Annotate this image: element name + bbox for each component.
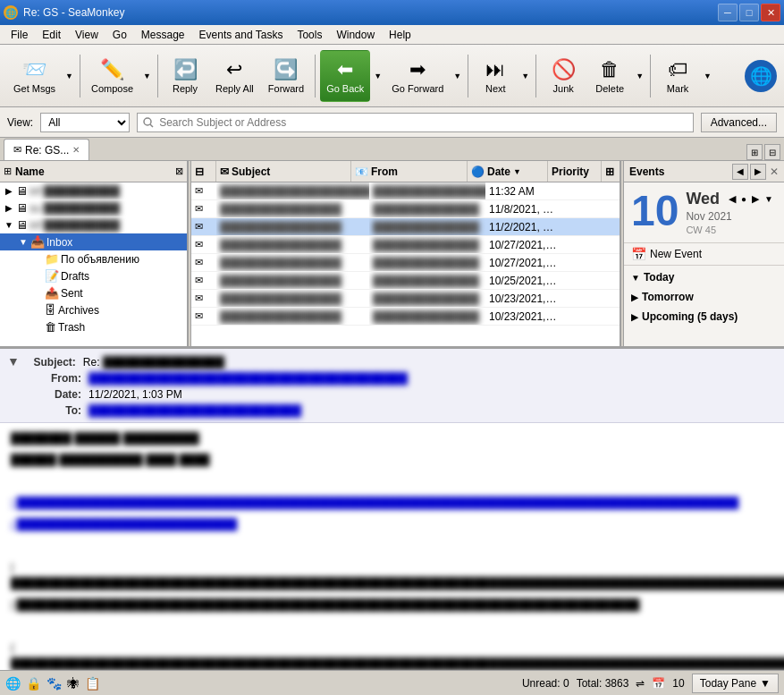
folder-name-account3: inf ██████████ <box>30 219 120 232</box>
message-list[interactable]: ✉ ████████████████████ █████████████████… <box>191 182 620 346</box>
folder-toggle-account1[interactable]: ▶ <box>4 186 14 196</box>
folder-name-account1: inf ██████████ <box>30 185 120 198</box>
msg-date-7: 10/23/2021,… <box>485 290 566 307</box>
delete-dropdown-arrow[interactable]: ▼ <box>634 70 645 82</box>
folder-item-archives[interactable]: 🗄 Archives <box>0 301 187 318</box>
minimize-button[interactable]: ─ <box>718 4 738 21</box>
get-msgs-dropdown-arrow[interactable]: ▼ <box>63 70 75 82</box>
go-back-button[interactable]: ⬅ Go Back <box>320 50 370 102</box>
header-expand-icon[interactable]: ▼ <box>7 354 20 369</box>
col-from-header[interactable]: 📧 From <box>351 161 468 182</box>
search-input[interactable] <box>137 113 693 132</box>
table-row[interactable]: ✉ ████████████████ ██████████████ 10/27/… <box>191 254 620 272</box>
maximize-button[interactable]: □ <box>739 4 759 21</box>
body-line-2: ██████ ███████████ ████ ████ <box>11 452 773 468</box>
delete-button[interactable]: 🗑 Delete <box>587 50 632 102</box>
view-select[interactable]: All <box>40 113 130 132</box>
today-pane-button[interactable]: Today Pane ▼ <box>692 674 779 693</box>
tab-collapse-button[interactable]: ⊟ <box>764 144 780 160</box>
mark-dropdown-arrow[interactable]: ▼ <box>702 70 713 82</box>
new-event-bar[interactable]: 📅 New Event <box>624 243 784 266</box>
active-tab[interactable]: ✉ Re: GS... ✕ <box>4 139 89 160</box>
forward-label: Forward <box>268 83 304 94</box>
toolbar-separator-6 <box>650 55 651 97</box>
to-value[interactable]: ████████████████████████████ <box>89 404 301 417</box>
tab-expand-button[interactable]: ⊞ <box>746 144 763 160</box>
advanced-button[interactable]: Advanced... <box>701 113 777 132</box>
today-toggle-icon: ▼ <box>631 273 640 283</box>
event-section-today-header[interactable]: ▼ Today <box>624 269 784 285</box>
forward-icon: ↪️ <box>274 58 298 81</box>
close-button[interactable]: ✕ <box>761 4 780 21</box>
table-row[interactable]: ✉ ████████████████ ██████████████ 10/23/… <box>191 308 620 326</box>
folder-item-trash[interactable]: 🗑 Trash <box>0 318 187 335</box>
forward-button[interactable]: ↪️ Forward <box>262 50 310 102</box>
get-msgs-button[interactable]: 📨 Get Msgs <box>7 50 62 102</box>
reply-all-button[interactable]: ↩ Reply All <box>209 50 260 102</box>
body-line-8: | ██████████████████████████████████████… <box>11 597 773 613</box>
next-dropdown-arrow[interactable]: ▼ <box>519 70 531 82</box>
menu-tools[interactable]: Tools <box>290 27 329 43</box>
event-section-upcoming-header[interactable]: ▶ Upcoming (5 days) <box>624 309 784 325</box>
next-button[interactable]: ⏭ Next <box>473 50 518 102</box>
folder-item-sent[interactable]: 📤 Sent <box>0 284 187 301</box>
cal-nav-prev[interactable]: ◀ <box>725 192 739 207</box>
menu-edit[interactable]: Edit <box>35 27 68 43</box>
menu-view[interactable]: View <box>68 27 105 43</box>
folder-item-drafts[interactable]: 📝 Drafts <box>0 267 187 284</box>
calendar-month-year: Nov 2021 <box>686 210 773 223</box>
menu-go[interactable]: Go <box>105 27 134 43</box>
folder-item-inbox[interactable]: ▼ 📥 Inbox <box>0 233 187 250</box>
cal-nav-expand[interactable]: ▼ <box>764 194 773 204</box>
status-security-icon: 🔒 <box>26 676 41 691</box>
mark-button[interactable]: 🏷 Mark <box>655 50 700 102</box>
reply-button[interactable]: ↩️ Reply <box>163 50 207 102</box>
folder-toggle-account2[interactable]: ▶ <box>4 203 14 213</box>
table-row[interactable]: ✉ ████████████████ ██████████████ 11/2/2… <box>191 218 620 236</box>
from-value[interactable]: ████████████████████████████████████████… <box>89 372 408 385</box>
folder-toggle-inbox[interactable]: ▼ <box>18 237 29 247</box>
msg-priority-cell <box>566 182 620 199</box>
go-forward-button[interactable]: ➡ Go Forward <box>385 50 450 102</box>
table-row[interactable]: ✉ ████████████████ ██████████████ 10/25/… <box>191 272 620 290</box>
events-close-button[interactable]: ✕ <box>770 165 779 178</box>
folder-item-account2[interactable]: ▶ 🖥 su ██████████ <box>0 199 187 216</box>
menu-message[interactable]: Message <box>134 27 192 43</box>
folder-tree[interactable]: ▶ 🖥 inf ██████████ ▶ 🖥 su ██████████ ▼ 🖥 <box>0 182 187 346</box>
compose-button[interactable]: ✏️ Compose <box>85 50 139 102</box>
folder-toggle-account3[interactable]: ▼ <box>4 220 14 230</box>
cal-nav-dot[interactable]: ● <box>741 194 746 204</box>
events-nav-next[interactable]: ▶ <box>750 164 766 180</box>
table-row[interactable]: ✉ ████████████████ ██████████████ 10/27/… <box>191 236 620 254</box>
menu-help[interactable]: Help <box>382 27 418 43</box>
col-date-header[interactable]: 🔵 Date ▼ <box>468 161 548 182</box>
table-row[interactable]: ✉ ████████████████ ██████████████ 11/8/2… <box>191 200 620 218</box>
cal-nav-next[interactable]: ▶ <box>748 192 763 207</box>
compose-dropdown-arrow[interactable]: ▼ <box>141 70 153 82</box>
folder-item-account3[interactable]: ▼ 🖥 inf ██████████ <box>0 216 187 233</box>
folder-item-poobj[interactable]: 📁 По объявлению <box>0 250 187 267</box>
go-back-dropdown-arrow[interactable]: ▼ <box>372 70 384 82</box>
tab-close-button[interactable]: ✕ <box>72 145 80 155</box>
status-info-icon: 🐾 <box>46 676 62 691</box>
table-row[interactable]: ✉ ████████████████████ █████████████████… <box>191 182 620 200</box>
view-label: View: <box>7 116 33 129</box>
menu-file[interactable]: File <box>4 27 35 43</box>
event-section-tomorrow-header[interactable]: ▶ Tomorrow <box>624 289 784 305</box>
folder-item-account1[interactable]: ▶ 🖥 inf ██████████ <box>0 182 187 199</box>
menu-window[interactable]: Window <box>329 27 382 43</box>
menu-events[interactable]: Events and Tasks <box>192 27 291 43</box>
col-priority-header[interactable]: Priority <box>548 161 602 182</box>
next-icon: ⏭ <box>485 58 505 81</box>
events-nav-prev[interactable]: ◀ <box>732 164 748 180</box>
col-thread-header[interactable]: ⊟ <box>191 161 216 182</box>
msg-subject-cell: ████████████████████ <box>216 182 369 199</box>
title-bar-left: 🌐 Re: GS - SeaMonkey <box>4 5 124 20</box>
col-size-header[interactable]: ⊞ <box>602 161 620 182</box>
junk-button[interactable]: 🚫 Junk <box>541 50 586 102</box>
body-line-7: | ██████████████████████████████████████… <box>11 559 773 591</box>
go-forward-dropdown-arrow[interactable]: ▼ <box>451 70 463 82</box>
msg-date-4: 10/27/2021,… <box>485 236 566 253</box>
table-row[interactable]: ✉ ████████████████ ██████████████ 10/23/… <box>191 290 620 308</box>
col-subject-header[interactable]: ✉ Subject <box>216 161 351 182</box>
